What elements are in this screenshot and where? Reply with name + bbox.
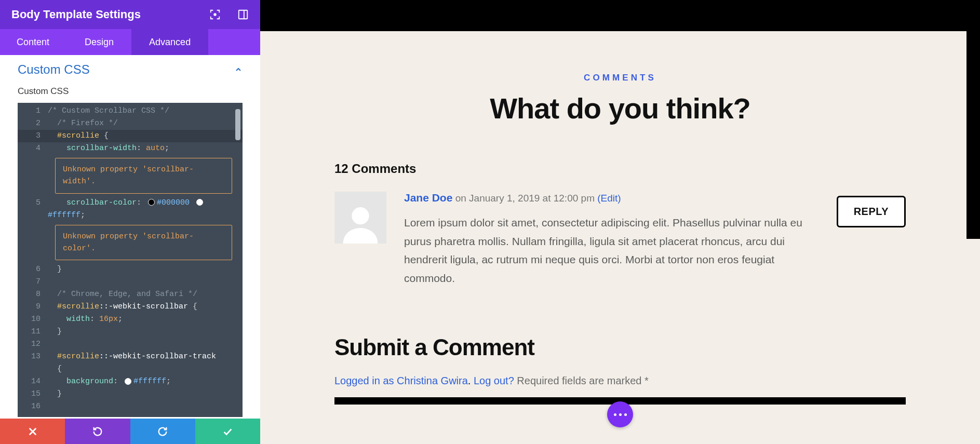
logout-link[interactable]: Log out? [474,375,514,386]
custom-css-section: Custom CSS Custom CSS 1/* Custom Scrollb… [0,55,260,417]
editor-scrollbar[interactable] [235,109,240,411]
svg-rect-1 [239,10,248,19]
comment-form-meta: Logged in as Christina Gwira. Log out? R… [334,375,906,387]
close-button[interactable] [0,419,65,444]
tab-content[interactable]: Content [0,29,67,55]
code-text: #scrollie [57,131,99,140]
comment-count: 12 Comments [334,162,906,176]
ellipsis-icon [614,413,627,416]
color-swatch-icon [125,378,131,385]
code-text: #ffffff [48,211,80,220]
logged-in-link[interactable]: Logged in as Christina Gwira [334,375,468,386]
preview-scrollbar[interactable] [966,31,980,239]
page-settings-fab[interactable] [607,401,633,427]
code-text: 16px [99,315,118,324]
sidebar-title: Body Template Settings [11,8,209,21]
code-text: #scrollie [57,352,99,361]
avatar [334,192,386,244]
comment-form-heading: Submit a Comment [334,334,906,360]
check-icon [222,426,233,437]
comment-main: Jane Doe on January 1, 2019 at 12:00 pm … [386,192,837,288]
focus-icon[interactable] [209,9,221,20]
css-code-editor[interactable]: 1/* Custom Scrollbar CSS */ 2 /* Firefox… [18,103,243,417]
lint-warning: Unknown property 'scrollbar-width'. [55,158,232,194]
code-text: auto [146,144,165,153]
settings-sidebar: Body Template Settings Content Design Ad… [0,0,260,444]
user-icon [340,202,381,244]
preview-body: COMMENTS What do you think? 12 Comments … [260,31,980,444]
comment-meta: Jane Doe on January 1, 2019 at 12:00 pm … [404,192,821,204]
required-note: Required fields are marked * [517,375,648,386]
code-text: /* Firefox */ [57,119,118,128]
code-text: #scrollie [57,302,99,311]
svg-point-0 [214,14,216,16]
code-text: { [99,131,109,140]
comment-date: on January 1, 2019 at 12:00 pm [455,193,595,204]
code-text: #000000 [157,198,190,207]
code-text: /* Chrome, Edge, and Safari */ [57,290,197,299]
sidebar-header-icons [209,9,249,20]
reply-button[interactable]: REPLY [837,196,906,227]
code-text: ::-webkit-scrollbar-track [99,352,216,361]
tab-design[interactable]: Design [67,29,131,55]
code-text: scrollbar-color [66,198,137,207]
code-text: scrollbar-width [66,144,137,153]
section-heading: What do you think? [334,91,906,125]
code-text: width [66,315,90,324]
section-title: Custom CSS [18,62,234,77]
section-tag: COMMENTS [334,73,906,83]
redo-button[interactable] [130,419,195,444]
preview-pane: COMMENTS What do you think? 12 Comments … [260,0,980,444]
code-text: { [188,302,197,311]
code-text: #ffffff [133,377,166,386]
comment-author-link[interactable]: Jane Doe [404,192,452,204]
sidebar-header: Body Template Settings [0,0,260,29]
save-button[interactable] [195,419,260,444]
edit-comment-link[interactable]: (Edit) [597,193,621,204]
code-text: ::-webkit-scrollbar [99,302,188,311]
color-swatch-icon [196,199,203,206]
dock-panel-icon[interactable] [237,9,249,20]
chevron-up-icon [234,65,243,74]
undo-icon [92,426,103,437]
code-text: /* Custom Scrollbar CSS */ [48,106,169,115]
sidebar-footer-actions [0,419,260,444]
close-icon [27,426,38,437]
comment-body: Lorem ipsum dolor sit amet, consectetur … [404,213,821,288]
section-toggle[interactable]: Custom CSS [18,62,243,77]
comment-item: Jane Doe on January 1, 2019 at 12:00 pm … [334,192,906,288]
code-text: { [52,365,62,373]
undo-button[interactable] [65,419,130,444]
tab-advanced[interactable]: Advanced [131,29,208,55]
preview-content: COMMENTS What do you think? 12 Comments … [334,31,906,405]
sidebar-tabs: Content Design Advanced [0,29,260,55]
color-swatch-icon [148,199,155,206]
lint-warning: Unknown property 'scrollbar-color'. [55,225,232,261]
svg-point-3 [352,207,369,224]
section-sub-label: Custom CSS [18,86,243,97]
redo-icon [157,426,168,437]
code-text: background [66,377,113,386]
